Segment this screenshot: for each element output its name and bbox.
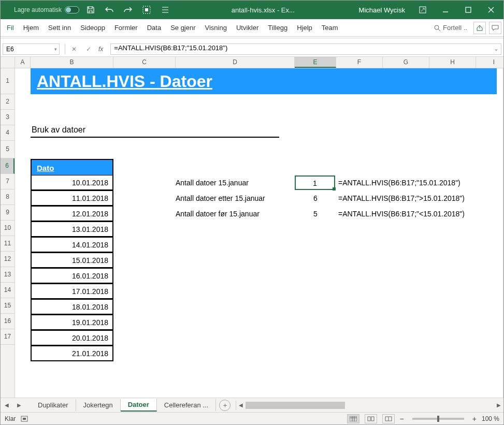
ribbon-tab-fil[interactable]: Fil	[3, 22, 18, 34]
tab-nav-prev[interactable]: ◀	[2, 400, 12, 411]
ribbon-tab-formler[interactable]: Formler	[110, 22, 142, 34]
col-header-d[interactable]: D	[176, 57, 295, 68]
share-button[interactable]	[473, 22, 486, 34]
ribbon-tab-hjelp[interactable]: Hjelp	[293, 22, 316, 34]
view-page-break-button[interactable]	[382, 414, 395, 423]
sheet-tab-duplikater[interactable]: Duplikater	[31, 399, 76, 411]
cell-d7[interactable]: Antall datoer etter 15.januar	[176, 194, 265, 202]
view-page-layout-button[interactable]	[365, 414, 377, 423]
qa-object-button[interactable]	[139, 3, 154, 17]
horizontal-scrollbar[interactable]: ◀ ▶	[236, 401, 503, 410]
cell-b16[interactable]: 20.01.2018	[31, 330, 113, 346]
ribbon-tab-hjem[interactable]: Hjem	[19, 22, 43, 34]
cell-b17[interactable]: 21.01.2018	[31, 346, 113, 361]
ribbon-tab-tillegg[interactable]: Tillegg	[264, 22, 292, 34]
col-header-h[interactable]: H	[429, 57, 476, 68]
col-header-i[interactable]: I	[476, 57, 503, 68]
row-header-11[interactable]: 11	[1, 236, 15, 252]
ribbon-tab-utvikler[interactable]: Utvikler	[232, 22, 263, 34]
row-header-14[interactable]: 14	[1, 283, 15, 298]
formula-input[interactable]: =ANTALL.HVIS(B6:B17;"15.01.2018")	[110, 43, 501, 55]
sheet-tab-datoer[interactable]: Datoer	[121, 399, 157, 412]
tell-me-search[interactable]: Fortell ..	[430, 24, 470, 32]
row-header-8[interactable]: 8	[1, 189, 15, 205]
undo-button[interactable]	[102, 3, 117, 17]
cell-b6[interactable]: 10.01.2018	[31, 175, 113, 190]
cell-b7[interactable]: 11.01.2018	[31, 190, 113, 206]
add-sheet-button[interactable]: ＋	[219, 400, 231, 411]
cell-e8[interactable]: 5	[295, 210, 336, 218]
select-all-corner[interactable]	[1, 57, 15, 68]
fx-icon[interactable]: fx	[96, 46, 105, 53]
col-header-g[interactable]: G	[383, 57, 429, 68]
name-box[interactable]: E6	[3, 43, 60, 55]
sheet-title[interactable]: ANTALL.HVIS - Datoer	[31, 68, 497, 94]
col-header-f[interactable]: F	[336, 57, 383, 68]
zoom-in-button[interactable]: +	[472, 415, 477, 423]
ribbon-tab-visning[interactable]: Visning	[201, 22, 231, 34]
cell-b15[interactable]: 19.01.2018	[31, 315, 113, 330]
sheet-subtitle[interactable]: Bruk av datoer	[31, 125, 279, 138]
row-header-10[interactable]: 10	[1, 221, 15, 236]
col-header-c[interactable]: C	[113, 57, 176, 68]
cancel-formula-button[interactable]: ✕	[67, 43, 81, 55]
cell-b11[interactable]: 15.01.2018	[31, 253, 113, 268]
row-header-15[interactable]: 15	[1, 298, 15, 314]
ribbon-tab-team[interactable]: Team	[318, 22, 342, 34]
cell-f7[interactable]: =ANTALL.HVIS(B6:B17;">15.01.2018")	[338, 194, 465, 202]
cell-f8[interactable]: =ANTALL.HVIS(B6:B17;"<15.01.2018")	[338, 210, 465, 218]
cell-d8[interactable]: Antall datoer før 15.januar	[176, 210, 260, 218]
cell-b12[interactable]: 16.01.2018	[31, 268, 113, 284]
row-header-5[interactable]: 5	[1, 141, 15, 158]
maximize-button[interactable]	[458, 3, 479, 17]
col-header-e[interactable]: E	[295, 57, 336, 68]
row-header-7[interactable]: 7	[1, 174, 15, 189]
cell-f6[interactable]: =ANTALL.HVIS(B6:B17;"15.01.2018")	[338, 179, 460, 187]
cell-e7[interactable]: 6	[295, 194, 336, 202]
row-header-6[interactable]: 6	[1, 158, 15, 174]
cells-area[interactable]: ANTALL.HVIS - Datoer Bruk av datoer Dato…	[15, 68, 503, 398]
row-header-2[interactable]: 2	[1, 94, 15, 110]
qa-touch-button[interactable]	[158, 3, 172, 17]
cell-d6[interactable]: Antall datoer 15.januar	[176, 179, 249, 187]
user-name[interactable]: Michael Wycisk	[354, 6, 410, 14]
col-header-b[interactable]: B	[31, 57, 113, 68]
zoom-level[interactable]: 100 %	[482, 415, 499, 422]
col-header-a[interactable]: A	[15, 57, 31, 68]
table-header-dato[interactable]: Dato	[31, 159, 113, 175]
macro-record-icon[interactable]	[21, 415, 28, 422]
vertical-scrollbar[interactable]: ▲ ▼	[503, 68, 503, 398]
scroll-left-icon[interactable]: ◀	[236, 402, 246, 408]
ribbon-display-button[interactable]	[412, 3, 433, 17]
minimize-button[interactable]	[435, 3, 456, 17]
cell-e6-selected[interactable]: 1	[295, 175, 335, 190]
row-header-17[interactable]: 17	[1, 329, 15, 345]
sheet-tab-jokertegn[interactable]: Jokertegn	[76, 399, 121, 411]
tab-nav-next[interactable]: ▶	[14, 400, 24, 411]
cell-b13[interactable]: 17.01.2018	[31, 284, 113, 299]
cell-b8[interactable]: 12.01.2018	[31, 206, 113, 222]
cell-b10[interactable]: 14.01.2018	[31, 237, 113, 253]
accept-formula-button[interactable]: ✓	[82, 43, 95, 55]
ribbon-tab-sideopp[interactable]: Sideopp	[76, 22, 109, 34]
row-header-12[interactable]: 12	[1, 252, 15, 267]
zoom-slider[interactable]	[412, 418, 464, 420]
row-header-3[interactable]: 3	[1, 110, 15, 125]
cell-b9[interactable]: 13.01.2018	[31, 222, 113, 237]
redo-button[interactable]	[121, 3, 135, 17]
ribbon-tab-segjenr[interactable]: Se gjenr	[166, 22, 199, 34]
autosave-toggle[interactable]: Lagre automatisk	[14, 6, 79, 13]
view-normal-button[interactable]	[347, 414, 359, 423]
ribbon-tab-settinn[interactable]: Sett inn	[44, 22, 75, 34]
row-header-13[interactable]: 13	[1, 267, 15, 283]
close-button[interactable]	[481, 3, 501, 17]
row-header-4[interactable]: 4	[1, 125, 15, 141]
ribbon-tab-data[interactable]: Data	[143, 22, 165, 34]
row-header-16[interactable]: 16	[1, 314, 15, 329]
row-header-1[interactable]: 1	[1, 68, 15, 94]
save-button[interactable]	[83, 3, 98, 17]
comments-button[interactable]	[489, 22, 501, 34]
row-header-9[interactable]: 9	[1, 205, 15, 221]
scroll-right-icon[interactable]: ▶	[494, 402, 503, 408]
cell-b14[interactable]: 18.01.2018	[31, 299, 113, 315]
